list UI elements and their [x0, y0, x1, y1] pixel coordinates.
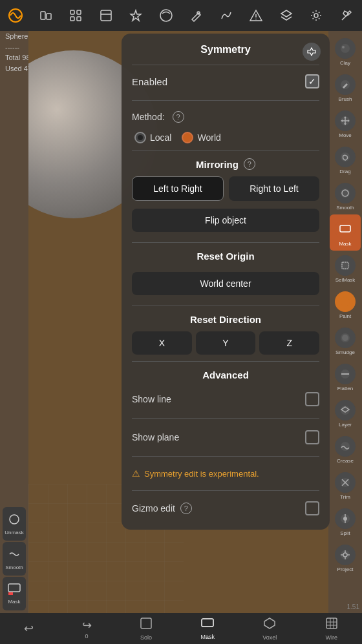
enabled-label: Enabled	[132, 76, 167, 87]
effects-icon[interactable]	[124, 4, 147, 27]
undo-icon: ↩	[24, 621, 34, 636]
world-radio[interactable]	[182, 132, 193, 143]
show-line-row: Show line	[132, 387, 319, 411]
left-to-right-button[interactable]: Left to Right	[132, 176, 224, 201]
radio-options: Local World	[132, 132, 319, 143]
divider-1	[132, 100, 319, 101]
show-plane-row: Show plane	[132, 425, 319, 450]
mask-right-icon	[335, 219, 356, 240]
undo-button[interactable]: ↩	[24, 621, 34, 636]
divider-3	[132, 242, 319, 243]
layer-tool[interactable]: Layer	[330, 395, 361, 431]
layers-icon[interactable]	[275, 4, 298, 27]
voxel-label: Voxel	[262, 634, 277, 641]
symmetry-panel: Symmetry Enabled ✓ Method: ? Local World…	[122, 34, 330, 530]
crease-tool[interactable]: Crease	[330, 431, 361, 468]
brush-tool[interactable]: Brush	[330, 70, 361, 106]
mirroring-header: Mirroring ?	[132, 158, 319, 170]
material-icon[interactable]	[154, 4, 178, 27]
split-tool[interactable]: Split	[330, 504, 361, 540]
unmask-tool[interactable]: Unmask	[3, 507, 26, 541]
redo-count: 0	[85, 633, 89, 639]
y-button[interactable]: Y	[196, 331, 256, 355]
logo-button[interactable]	[4, 4, 27, 27]
redo-button[interactable]: ↪ 0	[82, 618, 92, 639]
advanced-title: Advanced	[202, 369, 249, 380]
unmask-label: Unmask	[5, 530, 23, 535]
flip-object-button[interactable]: Flip object	[132, 209, 319, 232]
svg-point-22	[341, 44, 350, 53]
local-label: Local	[150, 132, 171, 143]
divider-4	[132, 306, 319, 306]
grid-icon[interactable]	[64, 4, 87, 27]
world-center-button[interactable]: World center	[132, 272, 319, 295]
show-plane-checkbox[interactable]	[305, 430, 319, 444]
wire-icon	[325, 617, 338, 633]
smooth-tool[interactable]: Smooth	[3, 542, 26, 576]
reset-origin-header: Reset Origin	[132, 251, 319, 262]
svg-rect-19	[8, 584, 20, 592]
mirroring-help-icon[interactable]: ?	[244, 158, 255, 170]
pin-button[interactable]	[303, 43, 321, 61]
show-plane-label: Show plane	[132, 432, 179, 442]
clay-tool[interactable]: Clay	[330, 34, 361, 70]
mask-tool-left[interactable]: Mask	[3, 577, 26, 610]
unmask-icon	[8, 513, 21, 528]
enabled-row: Enabled ✓	[132, 72, 319, 94]
flatten-tool[interactable]: Flatten	[330, 359, 361, 395]
drag-icon	[335, 147, 356, 167]
smudge-label: Smudge	[335, 349, 355, 355]
local-option[interactable]: Local	[134, 132, 171, 143]
layer-label: Layer	[339, 422, 352, 428]
right-to-left-button[interactable]: Right to Left	[229, 176, 319, 201]
project-tool[interactable]: Project	[330, 540, 361, 576]
move-tool[interactable]: Move	[330, 106, 361, 142]
local-radio[interactable]	[134, 132, 146, 143]
smooth-tool-right[interactable]: Smooth	[330, 178, 361, 214]
gizmo-help-icon[interactable]: ?	[180, 503, 192, 514]
x-button[interactable]: X	[132, 331, 192, 355]
stroke-icon[interactable]	[215, 4, 238, 27]
brush-label: Brush	[339, 96, 352, 102]
show-line-checkbox[interactable]	[305, 392, 319, 406]
brush-right-icon	[335, 74, 356, 95]
move-label: Move	[339, 132, 352, 138]
clay-icon	[335, 38, 356, 59]
brush-icon[interactable]	[184, 4, 208, 27]
mask-tool-right[interactable]: Mask	[330, 214, 361, 251]
drag-tool[interactable]: Drag	[330, 142, 361, 178]
redo-icon: ↪	[82, 618, 92, 632]
enabled-checkbox[interactable]: ✓	[305, 74, 319, 88]
mask-nav-button[interactable]: Mask	[200, 618, 215, 640]
divider-6	[132, 418, 319, 419]
z-button[interactable]: Z	[259, 331, 319, 355]
paint-tool[interactable]: Paint	[330, 287, 361, 323]
trim-icon	[335, 472, 356, 493]
show-line-label: Show line	[132, 394, 171, 404]
settings-icon[interactable]	[304, 4, 328, 27]
method-help-icon[interactable]: ?	[173, 111, 184, 123]
smudge-tool[interactable]: Smudge	[330, 323, 361, 359]
warning-icon[interactable]	[244, 4, 268, 27]
trim-tool[interactable]: Trim	[330, 468, 361, 504]
warning-row: ⚠ Symmetry edit is experimental.	[132, 463, 319, 484]
tools-icon[interactable]	[335, 4, 358, 27]
svg-point-10	[160, 10, 172, 21]
flatten-icon	[335, 364, 356, 384]
selmask-tool[interactable]: SelMask	[330, 251, 361, 287]
files-icon[interactable]	[34, 4, 58, 27]
gizmo-edit-checkbox[interactable]	[305, 501, 319, 515]
world-option[interactable]: World	[182, 132, 220, 143]
move-icon	[335, 110, 356, 131]
panel-title: Symmetry	[132, 44, 319, 56]
voxel-button[interactable]: Voxel	[262, 617, 277, 641]
crease-icon	[335, 436, 356, 457]
divider-2	[132, 150, 319, 151]
wire-button[interactable]: Wire	[325, 617, 338, 641]
layout-icon[interactable]	[94, 4, 118, 27]
svg-rect-4	[77, 10, 81, 14]
svg-marker-9	[131, 10, 141, 21]
solo-button[interactable]: Solo	[140, 617, 153, 641]
smooth-right-icon	[335, 183, 356, 203]
svg-point-14	[255, 19, 257, 20]
